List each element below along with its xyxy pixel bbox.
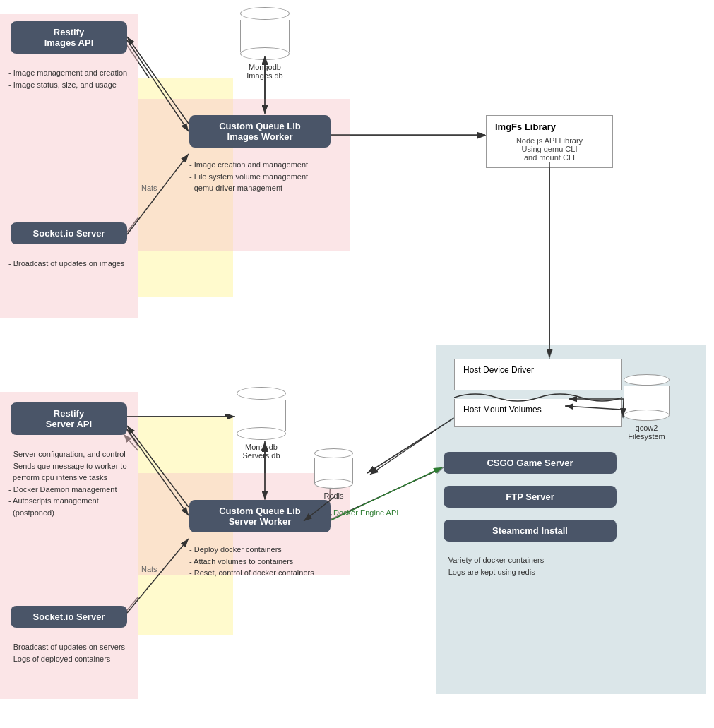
- socket-io-server-bottom-desc: - Broadcast of updates on servers- Logs …: [8, 641, 125, 664]
- socket-io-server-top: Socket.io Server: [11, 222, 127, 244]
- custom-queue-server-desc: - Deploy docker containers- Attach volum…: [189, 544, 314, 579]
- ftp-server: FTP Server: [444, 486, 617, 508]
- restify-server-api-desc: - Server configuration, and control- Sen…: [8, 448, 127, 518]
- restify-server-api: RestifyServer API: [11, 402, 127, 435]
- docker-engine-api-label: Docker Engine API: [333, 508, 398, 517]
- mongodb-servers-label: MongodbServers db: [237, 443, 286, 460]
- restify-images-api: RestifyImages API: [11, 21, 127, 54]
- qcow2-filesystem: qcow2Filesystem: [624, 374, 670, 441]
- custom-queue-images-worker: Custom Queue LibImages Worker: [189, 115, 331, 148]
- nats-label-top: Nats: [141, 184, 157, 192]
- imgfs-library-desc: Node js API LibraryUsing qemu CLIand mou…: [495, 136, 604, 162]
- csgo-game-server: CSGO Game Server: [444, 452, 617, 474]
- pink-zone-top: [0, 14, 138, 318]
- socket-io-server-top-desc: - Broadcast of updates on images: [8, 258, 124, 270]
- variety-docker-desc: - Variety of docker containers- Logs are…: [444, 554, 544, 578]
- socket-io-server-bottom: Socket.io Server: [11, 606, 127, 628]
- mongodb-images-label: MongodbImages db: [240, 63, 290, 80]
- nats-label-bottom: Nats: [141, 565, 157, 573]
- custom-queue-images-desc: - Image creation and management- File sy…: [189, 159, 308, 194]
- steamcmd-install: Steamcmd Install: [444, 520, 617, 542]
- qcow2-label: qcow2Filesystem: [624, 424, 670, 441]
- restify-images-api-desc: - Image management and creation- Image s…: [8, 67, 127, 90]
- mongodb-servers-db: MongodbServers db: [237, 387, 286, 460]
- redis: Redis: [314, 448, 353, 500]
- imgfs-library: ImgFs Library Node js API LibraryUsing q…: [486, 115, 613, 168]
- wavy-separator: [454, 390, 622, 405]
- redis-label: Redis: [314, 491, 353, 500]
- host-device-driver: Host Device Driver: [454, 359, 622, 390]
- mongodb-images-db: MongodbImages db: [240, 7, 290, 80]
- custom-queue-server-worker: Custom Queue LibServer Worker: [189, 500, 331, 532]
- diagram-container: MongodbImages db RestifyImages API - Ima…: [0, 0, 714, 728]
